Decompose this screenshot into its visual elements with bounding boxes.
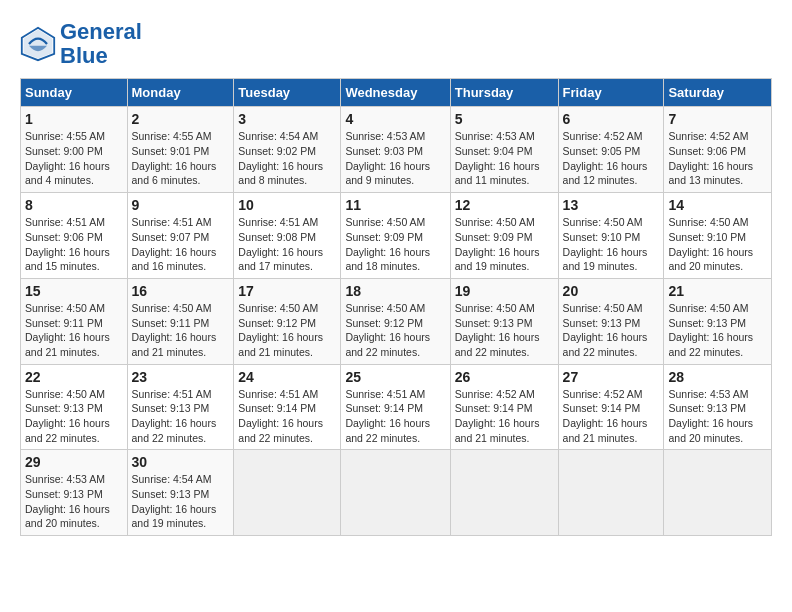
day-number: 2: [132, 111, 230, 127]
day-number: 8: [25, 197, 123, 213]
day-info: Sunrise: 4:50 AM Sunset: 9:12 PM Dayligh…: [345, 301, 445, 360]
calendar-day-cell: 14 Sunrise: 4:50 AM Sunset: 9:10 PM Dayl…: [664, 193, 772, 279]
day-info: Sunrise: 4:50 AM Sunset: 9:13 PM Dayligh…: [25, 387, 123, 446]
day-info: Sunrise: 4:51 AM Sunset: 9:07 PM Dayligh…: [132, 215, 230, 274]
day-info: Sunrise: 4:50 AM Sunset: 9:13 PM Dayligh…: [455, 301, 554, 360]
calendar-week-row: 29 Sunrise: 4:53 AM Sunset: 9:13 PM Dayl…: [21, 450, 772, 536]
header-day-sunday: Sunday: [21, 79, 128, 107]
calendar-day-cell: 13 Sunrise: 4:50 AM Sunset: 9:10 PM Dayl…: [558, 193, 664, 279]
calendar-day-cell: 7 Sunrise: 4:52 AM Sunset: 9:06 PM Dayli…: [664, 107, 772, 193]
calendar-day-cell: 17 Sunrise: 4:50 AM Sunset: 9:12 PM Dayl…: [234, 278, 341, 364]
calendar-day-cell: 16 Sunrise: 4:50 AM Sunset: 9:11 PM Dayl…: [127, 278, 234, 364]
day-info: Sunrise: 4:51 AM Sunset: 9:14 PM Dayligh…: [238, 387, 336, 446]
logo-text: General Blue: [60, 20, 142, 68]
header-day-saturday: Saturday: [664, 79, 772, 107]
day-info: Sunrise: 4:55 AM Sunset: 9:01 PM Dayligh…: [132, 129, 230, 188]
day-number: 28: [668, 369, 767, 385]
day-number: 16: [132, 283, 230, 299]
calendar-day-cell: [234, 450, 341, 536]
day-info: Sunrise: 4:51 AM Sunset: 9:06 PM Dayligh…: [25, 215, 123, 274]
day-number: 5: [455, 111, 554, 127]
logo-icon: [20, 26, 56, 62]
calendar-day-cell: 21 Sunrise: 4:50 AM Sunset: 9:13 PM Dayl…: [664, 278, 772, 364]
calendar-day-cell: [558, 450, 664, 536]
calendar-day-cell: 11 Sunrise: 4:50 AM Sunset: 9:09 PM Dayl…: [341, 193, 450, 279]
calendar-week-row: 15 Sunrise: 4:50 AM Sunset: 9:11 PM Dayl…: [21, 278, 772, 364]
day-info: Sunrise: 4:50 AM Sunset: 9:11 PM Dayligh…: [25, 301, 123, 360]
day-info: Sunrise: 4:53 AM Sunset: 9:13 PM Dayligh…: [25, 472, 123, 531]
day-info: Sunrise: 4:53 AM Sunset: 9:04 PM Dayligh…: [455, 129, 554, 188]
calendar-day-cell: 18 Sunrise: 4:50 AM Sunset: 9:12 PM Dayl…: [341, 278, 450, 364]
day-info: Sunrise: 4:52 AM Sunset: 9:05 PM Dayligh…: [563, 129, 660, 188]
calendar-header-row: SundayMondayTuesdayWednesdayThursdayFrid…: [21, 79, 772, 107]
day-info: Sunrise: 4:50 AM Sunset: 9:12 PM Dayligh…: [238, 301, 336, 360]
header-day-friday: Friday: [558, 79, 664, 107]
day-number: 24: [238, 369, 336, 385]
day-number: 22: [25, 369, 123, 385]
day-number: 20: [563, 283, 660, 299]
calendar-day-cell: 27 Sunrise: 4:52 AM Sunset: 9:14 PM Dayl…: [558, 364, 664, 450]
day-info: Sunrise: 4:54 AM Sunset: 9:13 PM Dayligh…: [132, 472, 230, 531]
day-number: 21: [668, 283, 767, 299]
header-day-wednesday: Wednesday: [341, 79, 450, 107]
calendar-day-cell: [664, 450, 772, 536]
page-header: General Blue: [20, 20, 772, 68]
day-info: Sunrise: 4:51 AM Sunset: 9:13 PM Dayligh…: [132, 387, 230, 446]
header-day-thursday: Thursday: [450, 79, 558, 107]
day-info: Sunrise: 4:51 AM Sunset: 9:08 PM Dayligh…: [238, 215, 336, 274]
day-number: 11: [345, 197, 445, 213]
day-number: 14: [668, 197, 767, 213]
day-number: 30: [132, 454, 230, 470]
calendar-day-cell: [450, 450, 558, 536]
calendar-day-cell: 15 Sunrise: 4:50 AM Sunset: 9:11 PM Dayl…: [21, 278, 128, 364]
day-number: 27: [563, 369, 660, 385]
day-number: 19: [455, 283, 554, 299]
day-number: 13: [563, 197, 660, 213]
calendar-day-cell: 4 Sunrise: 4:53 AM Sunset: 9:03 PM Dayli…: [341, 107, 450, 193]
calendar-week-row: 8 Sunrise: 4:51 AM Sunset: 9:06 PM Dayli…: [21, 193, 772, 279]
day-number: 9: [132, 197, 230, 213]
calendar-day-cell: 5 Sunrise: 4:53 AM Sunset: 9:04 PM Dayli…: [450, 107, 558, 193]
day-info: Sunrise: 4:51 AM Sunset: 9:14 PM Dayligh…: [345, 387, 445, 446]
day-info: Sunrise: 4:50 AM Sunset: 9:09 PM Dayligh…: [345, 215, 445, 274]
calendar-day-cell: 29 Sunrise: 4:53 AM Sunset: 9:13 PM Dayl…: [21, 450, 128, 536]
logo: General Blue: [20, 20, 142, 68]
calendar-day-cell: 2 Sunrise: 4:55 AM Sunset: 9:01 PM Dayli…: [127, 107, 234, 193]
header-day-tuesday: Tuesday: [234, 79, 341, 107]
day-number: 1: [25, 111, 123, 127]
calendar-day-cell: 28 Sunrise: 4:53 AM Sunset: 9:13 PM Dayl…: [664, 364, 772, 450]
day-number: 25: [345, 369, 445, 385]
day-number: 7: [668, 111, 767, 127]
calendar-week-row: 22 Sunrise: 4:50 AM Sunset: 9:13 PM Dayl…: [21, 364, 772, 450]
day-number: 18: [345, 283, 445, 299]
day-number: 12: [455, 197, 554, 213]
calendar-day-cell: 22 Sunrise: 4:50 AM Sunset: 9:13 PM Dayl…: [21, 364, 128, 450]
day-number: 26: [455, 369, 554, 385]
day-info: Sunrise: 4:50 AM Sunset: 9:10 PM Dayligh…: [668, 215, 767, 274]
calendar-day-cell: 9 Sunrise: 4:51 AM Sunset: 9:07 PM Dayli…: [127, 193, 234, 279]
calendar-day-cell: 19 Sunrise: 4:50 AM Sunset: 9:13 PM Dayl…: [450, 278, 558, 364]
calendar-table: SundayMondayTuesdayWednesdayThursdayFrid…: [20, 78, 772, 536]
calendar-day-cell: 25 Sunrise: 4:51 AM Sunset: 9:14 PM Dayl…: [341, 364, 450, 450]
day-info: Sunrise: 4:50 AM Sunset: 9:13 PM Dayligh…: [563, 301, 660, 360]
day-info: Sunrise: 4:50 AM Sunset: 9:09 PM Dayligh…: [455, 215, 554, 274]
day-info: Sunrise: 4:52 AM Sunset: 9:14 PM Dayligh…: [563, 387, 660, 446]
day-info: Sunrise: 4:53 AM Sunset: 9:13 PM Dayligh…: [668, 387, 767, 446]
calendar-day-cell: 30 Sunrise: 4:54 AM Sunset: 9:13 PM Dayl…: [127, 450, 234, 536]
day-number: 29: [25, 454, 123, 470]
day-info: Sunrise: 4:50 AM Sunset: 9:11 PM Dayligh…: [132, 301, 230, 360]
day-info: Sunrise: 4:52 AM Sunset: 9:06 PM Dayligh…: [668, 129, 767, 188]
calendar-day-cell: 12 Sunrise: 4:50 AM Sunset: 9:09 PM Dayl…: [450, 193, 558, 279]
day-number: 6: [563, 111, 660, 127]
calendar-week-row: 1 Sunrise: 4:55 AM Sunset: 9:00 PM Dayli…: [21, 107, 772, 193]
day-info: Sunrise: 4:52 AM Sunset: 9:14 PM Dayligh…: [455, 387, 554, 446]
header-day-monday: Monday: [127, 79, 234, 107]
day-info: Sunrise: 4:55 AM Sunset: 9:00 PM Dayligh…: [25, 129, 123, 188]
day-number: 15: [25, 283, 123, 299]
day-number: 17: [238, 283, 336, 299]
calendar-day-cell: 6 Sunrise: 4:52 AM Sunset: 9:05 PM Dayli…: [558, 107, 664, 193]
day-number: 10: [238, 197, 336, 213]
calendar-day-cell: 10 Sunrise: 4:51 AM Sunset: 9:08 PM Dayl…: [234, 193, 341, 279]
day-number: 3: [238, 111, 336, 127]
day-number: 23: [132, 369, 230, 385]
